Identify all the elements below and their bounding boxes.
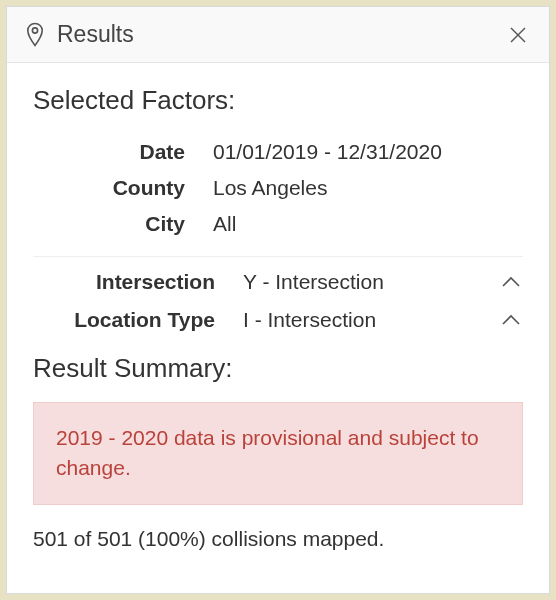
accordion-row-intersection[interactable]: Intersection Y - Intersection [33, 263, 523, 301]
factor-row-county: County Los Angeles [33, 170, 523, 206]
titlebar: Results [7, 7, 549, 63]
selected-factors-heading: Selected Factors: [33, 85, 523, 116]
factor-value: All [213, 212, 236, 236]
chevron-up-icon [499, 270, 523, 294]
accordion-row-location-type[interactable]: Location Type I - Intersection [33, 301, 523, 339]
accordion-label: Intersection [33, 270, 243, 294]
panel-title: Results [57, 21, 134, 48]
svg-point-0 [32, 27, 37, 32]
chevron-up-icon [499, 308, 523, 332]
accordion-label: Location Type [33, 308, 243, 332]
factor-label: County [33, 176, 213, 200]
divider [33, 256, 523, 257]
pin-icon [25, 22, 45, 48]
accordion-value: I - Intersection [243, 308, 499, 332]
factor-label: Date [33, 140, 213, 164]
factor-value: Los Angeles [213, 176, 327, 200]
factor-row-date: Date 01/01/2019 - 12/31/2020 [33, 134, 523, 170]
provisional-data-alert: 2019 - 2020 data is provisional and subj… [33, 402, 523, 505]
results-panel: Results Selected Factors: Date 01/01/201… [6, 6, 550, 594]
factor-value: 01/01/2019 - 12/31/2020 [213, 140, 442, 164]
close-button[interactable] [505, 22, 531, 48]
close-icon [508, 25, 528, 45]
result-summary-heading: Result Summary: [33, 353, 523, 384]
factors-table: Date 01/01/2019 - 12/31/2020 County Los … [33, 134, 523, 242]
factor-row-city: City All [33, 206, 523, 242]
panel-body: Selected Factors: Date 01/01/2019 - 12/3… [7, 63, 549, 561]
factors-accordion: Intersection Y - Intersection Location T… [33, 263, 523, 339]
accordion-value: Y - Intersection [243, 270, 499, 294]
collisions-mapped-text: 501 of 501 (100%) collisions mapped. [33, 527, 523, 551]
factor-label: City [33, 212, 213, 236]
